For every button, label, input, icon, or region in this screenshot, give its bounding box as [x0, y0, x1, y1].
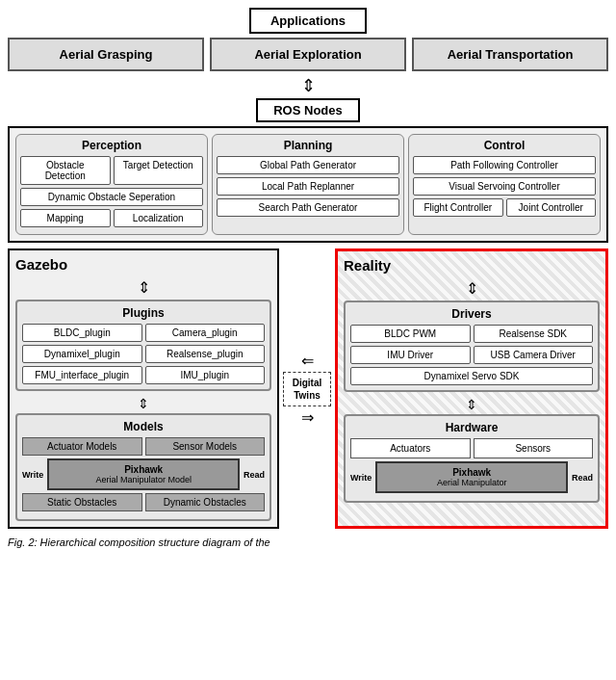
- gazebo-pixhawk-sub: Aerial Manipulator Model: [57, 475, 230, 484]
- reality-read-label: Read: [572, 473, 593, 483]
- visual-servoing-box: Visual Servoing Controller: [413, 177, 596, 196]
- applications-box: Applications: [249, 8, 367, 34]
- usb-camera-driver-box: USB Camera Driver: [474, 346, 594, 364]
- control-section: Control Path Following Controller Visual…: [408, 134, 601, 235]
- aerial-grasping-box: Aerial Grasping: [8, 38, 204, 71]
- dynamixel-plugin: Dynamixel_plugin: [22, 345, 142, 363]
- bldc-plugin: BLDC_plugin: [22, 324, 142, 342]
- static-obstacles-box: Static Obstacles: [22, 493, 142, 511]
- caption: Fig. 2: Hierarchical composition structu…: [8, 536, 608, 548]
- gazebo-ros-arrow: ⇕: [15, 278, 271, 297]
- digital-twins-label: Digital Twins: [283, 372, 331, 406]
- drivers-container: Drivers BLDC PWM Realsense SDK IMU Drive…: [344, 301, 600, 392]
- reality-pixhawk-box: Pixhawk Aerial Manipulator: [375, 461, 568, 493]
- aerial-exploration-box: Aerial Exploration: [210, 38, 406, 71]
- actuator-models-box: Actuator Models: [22, 437, 142, 456]
- camera-plugin: Camera_plugin: [145, 324, 266, 342]
- gazebo-write-label: Write: [22, 470, 43, 480]
- reality-title: Reality: [344, 257, 600, 274]
- reality-pixhawk-sub: Aerial Manipulator: [385, 478, 558, 487]
- realsense-plugin: Realsense_plugin: [145, 345, 266, 363]
- planning-section: Planning Global Path Generator Local Pat…: [212, 134, 404, 235]
- reality-ros-arrow: ⇕: [344, 279, 600, 298]
- gazebo-pixhawk-box: Pixhawk Aerial Manipulator Model: [47, 458, 240, 490]
- diagram-container: Applications Aerial Grasping Aerial Expl…: [8, 8, 608, 548]
- realsense-sdk-box: Realsense SDK: [474, 325, 594, 343]
- search-path-box: Search Path Generator: [217, 198, 399, 217]
- plugins-container: Plugins BLDC_plugin Camera_plugin Dynami…: [15, 300, 271, 391]
- app-boxes-row: Aerial Grasping Aerial Exploration Aeria…: [8, 38, 608, 71]
- imu-plugin: IMU_plugin: [145, 366, 266, 384]
- gazebo-read-label: Read: [244, 470, 265, 480]
- mapping-box: Mapping: [20, 209, 111, 227]
- ros-nodes-box: ROS Nodes: [256, 98, 360, 122]
- aerial-transportation-box: Aerial Transportation: [412, 38, 608, 71]
- actuators-box: Actuators: [350, 438, 471, 458]
- fmu-plugin: FMU_interface_plugin: [22, 366, 142, 384]
- reality-write-label: Write: [350, 473, 372, 483]
- dynamic-obstacle-box: Dynamic Obstacle Seperation: [20, 188, 203, 206]
- dynamic-obstacles-box: Dynamic Obstacles: [145, 493, 266, 511]
- imu-driver-box: IMU Driver: [350, 346, 471, 364]
- path-following-box: Path Following Controller: [413, 156, 596, 174]
- obstacle-detection-box: Obstacle Detection: [20, 156, 111, 185]
- flight-controller-box: Flight Controller: [413, 198, 503, 217]
- bldc-pwm-box: BLDC PWM: [350, 325, 471, 343]
- arrow-apps-to-ros: ⇕: [8, 75, 608, 96]
- perception-section: Perception Obstacle Detection Target Det…: [15, 134, 208, 235]
- reality-hw-arrow: ⇕: [344, 397, 600, 412]
- gazebo-section: Gazebo ⇕ Plugins BLDC_plugin Camera_plug…: [8, 248, 279, 529]
- reality-section: Reality ⇕ Drivers BLDC PWM Realsense SDK…: [335, 248, 608, 529]
- gazebo-models-arrow: ⇕: [15, 396, 271, 411]
- gazebo-pixhawk-title: Pixhawk: [57, 464, 230, 475]
- sensor-models-box: Sensor Models: [145, 437, 266, 456]
- models-container: Models Actuator Models Sensor Models Wri…: [15, 413, 271, 521]
- dynamixel-servo-sdk-box: Dynamixel Servo SDK: [350, 367, 593, 385]
- ros-container: Perception Obstacle Detection Target Det…: [8, 126, 608, 243]
- hardware-container: Hardware Actuators Sensors Write Pixhawk…: [344, 414, 600, 503]
- global-path-box: Global Path Generator: [217, 156, 399, 174]
- reality-pixhawk-title: Pixhawk: [385, 467, 558, 478]
- sensors-box: Sensors: [474, 438, 594, 458]
- joint-controller-box: Joint Controller: [506, 198, 597, 217]
- localization-box: Localization: [114, 209, 204, 227]
- local-path-box: Local Path Replanner: [217, 177, 399, 196]
- target-detection-box: Target Detection: [114, 156, 204, 185]
- applications-title: Applications: [270, 13, 346, 28]
- gazebo-title: Gazebo: [15, 256, 271, 273]
